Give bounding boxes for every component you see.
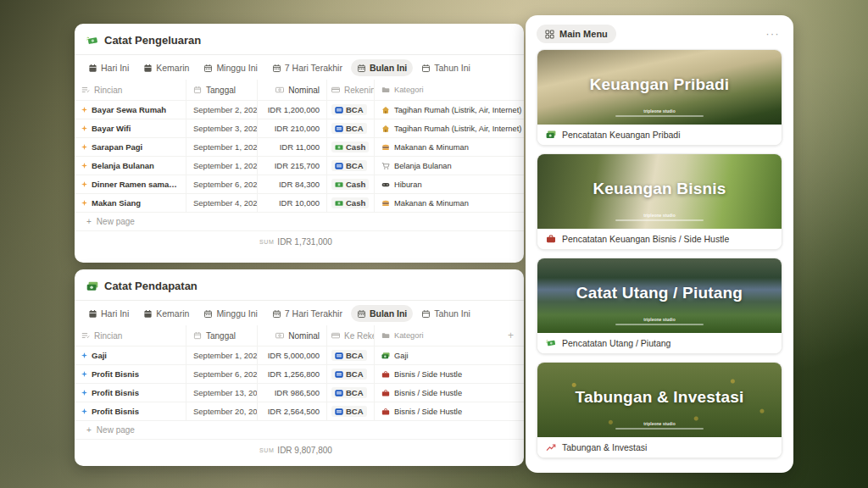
menu-card-tabungan-investasi[interactable]: Tabungan & Investasi tripleone studio Ta…: [537, 362, 782, 458]
cell-rincian[interactable]: Dinner Ramen sama istri: [75, 175, 186, 193]
gamepad-icon: [381, 180, 390, 189]
cell-rincian[interactable]: Profit Bisnis: [75, 384, 186, 402]
tab-kemarin[interactable]: Kemarin: [137, 305, 195, 322]
cell-rekening[interactable]: BCA: [327, 347, 375, 364]
cell-tanggal[interactable]: September 6, 2025: [186, 175, 258, 193]
table-row[interactable]: Sarapan Pagi September 1, 2025 IDR 11,00…: [75, 137, 524, 156]
tab-kemarin[interactable]: Kemarin: [137, 59, 195, 76]
table-row[interactable]: Profit Bisnis September 20, 2025 IDR 2,5…: [75, 402, 524, 420]
tab-hari-ini[interactable]: Hari Ini: [82, 305, 135, 322]
cell-kategori[interactable]: Gaji: [375, 347, 524, 364]
add-column-button[interactable]: +: [508, 330, 517, 341]
cell-tanggal[interactable]: September 1, 2025: [186, 347, 258, 364]
cell-nominal[interactable]: IDR 84,300: [258, 175, 327, 193]
cell-rekening[interactable]: BCA: [327, 119, 375, 137]
cell-tanggal[interactable]: September 4, 2025: [186, 194, 258, 212]
tab-hari-ini[interactable]: Hari Ini: [82, 59, 135, 76]
tab-minggu-ini[interactable]: Minggu Ini: [198, 305, 263, 322]
cell-nominal[interactable]: IDR 215,700: [258, 157, 327, 175]
tab-7-hari-terakhir[interactable]: 7 Hari Terakhir: [266, 305, 348, 322]
column-nominal[interactable]: Nominal: [258, 325, 327, 346]
menu-card-keuangan-bisnis[interactable]: Keuangan Bisnis tripleone studio Pencata…: [537, 153, 782, 250]
cell-kategori[interactable]: Bisnis / Side Hustle: [375, 384, 524, 402]
cell-nominal[interactable]: IDR 10,000: [258, 194, 327, 212]
cell-rincian[interactable]: Bayar Wifi: [75, 119, 186, 137]
tab-bulan-ini[interactable]: Bulan Ini: [351, 305, 413, 322]
cell-rincian[interactable]: Profit Bisnis: [75, 365, 186, 383]
cell-nominal[interactable]: IDR 210,000: [258, 119, 327, 137]
table-row[interactable]: Belanja Bulanan September 1, 2025 IDR 21…: [75, 156, 524, 175]
tab-tahun-ini[interactable]: Tahun Ini: [415, 305, 476, 322]
cell-nominal[interactable]: IDR 5,000,000: [258, 347, 327, 364]
cell-rincian[interactable]: Bayar Sewa Rumah: [75, 101, 186, 119]
cell-kategori[interactable]: Hiburan: [375, 175, 524, 193]
menu-card-catat-utang-piutang[interactable]: Catat Utang / Piutang tripleone studio P…: [537, 258, 782, 354]
account-tag: BCA: [331, 387, 367, 398]
cell-rincian[interactable]: Profit Bisnis: [75, 402, 186, 420]
column-tanggal[interactable]: Tanggal: [186, 325, 258, 346]
sum-row[interactable]: SUMIDR 9,807,800: [75, 439, 524, 461]
table-row[interactable]: Dinner Ramen sama istri September 6, 202…: [75, 175, 524, 193]
new-page-button[interactable]: +New page: [75, 212, 524, 230]
table-row[interactable]: Profit Bisnis September 6, 2025 IDR 1,25…: [75, 364, 524, 383]
table-row[interactable]: Bayar Wifi September 3, 2025 IDR 210,000…: [75, 119, 524, 137]
column-rincian[interactable]: Rincian: [75, 325, 186, 346]
cell-rekening[interactable]: BCA: [327, 101, 375, 119]
column-nominal[interactable]: Nominal: [258, 80, 327, 100]
cell-rincian[interactable]: Belanja Bulanan: [75, 157, 186, 175]
column-ke-rekening[interactable]: Ke Rekening: [327, 325, 375, 346]
cell-rekening[interactable]: BCA: [327, 402, 375, 420]
tab-bulan-ini[interactable]: Bulan Ini: [351, 59, 413, 76]
cell-rincian[interactable]: Sarapan Pagi: [75, 138, 186, 156]
cell-tanggal[interactable]: September 6, 2025: [186, 365, 258, 383]
cell-nominal[interactable]: IDR 11,000: [258, 138, 327, 156]
main-menu-button[interactable]: Main Menu: [537, 25, 616, 43]
column-rekening[interactable]: Rekening: [327, 80, 375, 100]
cell-nominal[interactable]: IDR 986,500: [258, 384, 327, 402]
cell-rincian[interactable]: Makan Siang: [75, 194, 186, 212]
cell-nominal[interactable]: IDR 1,200,000: [258, 101, 327, 119]
cell-rekening[interactable]: BCA: [327, 384, 375, 402]
tab-tahun-ini[interactable]: Tahun Ini: [415, 59, 476, 76]
cell-tanggal[interactable]: September 1, 2025: [186, 157, 258, 175]
cell-nominal[interactable]: IDR 1,256,800: [258, 365, 327, 383]
tab-7-hari-terakhir[interactable]: 7 Hari Terakhir: [266, 59, 348, 76]
cell-rekening[interactable]: Cash: [327, 138, 375, 156]
cell-tanggal[interactable]: September 3, 2025: [186, 119, 258, 137]
column-kategori[interactable]: Kategori: [375, 80, 524, 100]
cell-rekening[interactable]: BCA: [327, 365, 375, 383]
column-tanggal[interactable]: Tanggal: [186, 80, 258, 100]
sum-row[interactable]: SUMIDR 1,731,000: [75, 230, 524, 252]
tab-minggu-ini[interactable]: Minggu Ini: [198, 59, 263, 76]
credit-card-icon: [331, 331, 340, 340]
more-options-icon[interactable]: ···: [766, 29, 781, 39]
cell-kategori[interactable]: Bisnis / Side Hustle: [375, 402, 524, 420]
cell-tanggal[interactable]: September 20, 2025: [186, 402, 258, 420]
banner-title: Keuangan Pribadi: [590, 75, 730, 94]
table-row[interactable]: Profit Bisnis September 13, 2025 IDR 986…: [75, 383, 524, 402]
cell-rekening[interactable]: BCA: [327, 157, 375, 175]
menu-card-keuangan-pribadi[interactable]: Keuangan Pribadi tripleone studio Pencat…: [537, 49, 782, 146]
cell-kategori[interactable]: Makanan & Minuman: [375, 138, 524, 156]
column-kategori[interactable]: Kategori+: [375, 325, 524, 346]
cell-rekening[interactable]: Cash: [327, 175, 375, 193]
cell-kategori[interactable]: Makanan & Minuman: [375, 194, 524, 212]
account-label: BCA: [346, 351, 364, 360]
cell-rincian[interactable]: Gaji: [75, 347, 186, 364]
row-amount: IDR 986,500: [275, 388, 320, 397]
cell-nominal[interactable]: IDR 2,564,500: [258, 402, 327, 420]
new-page-button[interactable]: +New page: [75, 420, 524, 439]
cell-tanggal[interactable]: September 2, 2025: [186, 101, 258, 119]
cell-tanggal[interactable]: September 13, 2025: [186, 384, 258, 402]
table-row[interactable]: Makan Siang September 4, 2025 IDR 10,000…: [75, 193, 524, 212]
cell-kategori[interactable]: Tagihan Rumah (Listrik, Air, Internet): [375, 101, 524, 119]
column-rincian[interactable]: Rincian: [75, 80, 186, 100]
cell-kategori[interactable]: Belanja Bulanan: [375, 157, 524, 175]
cell-rekening[interactable]: Cash: [327, 194, 375, 212]
table-row[interactable]: Bayar Sewa Rumah September 2, 2025 IDR 1…: [75, 100, 524, 119]
table-row[interactable]: Gaji September 1, 2025 IDR 5,000,000 BCA…: [75, 346, 524, 364]
cell-tanggal[interactable]: September 1, 2025: [186, 138, 258, 156]
row-title: Makan Siang: [92, 198, 141, 208]
cell-kategori[interactable]: Tagihan Rumah (Listrik, Air, Internet): [375, 119, 524, 137]
cell-kategori[interactable]: Bisnis / Side Hustle: [375, 365, 524, 383]
